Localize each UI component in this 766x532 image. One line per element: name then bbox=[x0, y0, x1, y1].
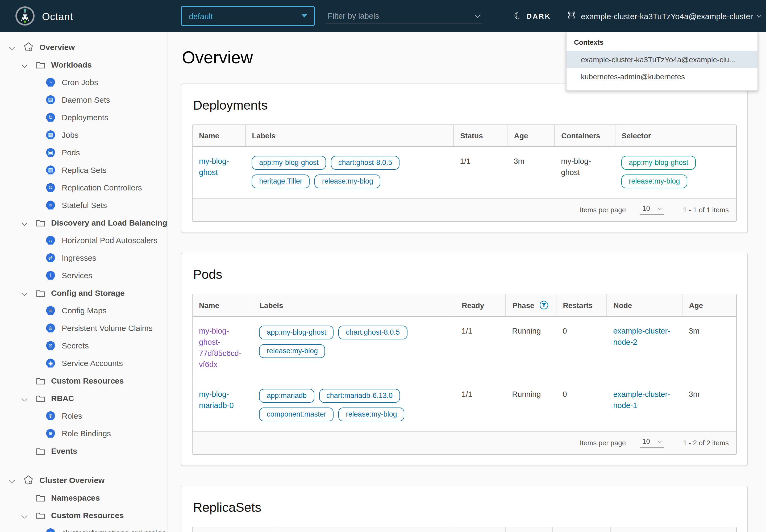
resource-link[interactable]: example-cluster-node-2 bbox=[613, 327, 670, 346]
sidebar-nav: OverviewWorkloads◔Cron Jobs▤Daemon Sets↻… bbox=[0, 32, 168, 532]
sidebar-item-workloads[interactable]: Workloads bbox=[0, 56, 168, 73]
filter-icon[interactable] bbox=[540, 301, 549, 310]
resource-link[interactable]: my-blog-ghost-77df85c6cd-vf6dx bbox=[199, 327, 242, 369]
sidebar-item-config-and-storage[interactable]: Config and Storage bbox=[0, 284, 168, 302]
sidebar-item-label: Services bbox=[62, 271, 92, 280]
label-chip[interactable]: app:mariadb bbox=[259, 389, 314, 403]
sidebar-item-label: Horizontal Pod Autoscalers bbox=[62, 236, 157, 245]
sidebar-item-rbac[interactable]: RBAC bbox=[0, 389, 168, 407]
sidebar-item-label: Custom Resources bbox=[51, 511, 124, 520]
sidebar-item-cron-jobs[interactable]: ◔Cron Jobs bbox=[0, 73, 168, 91]
context-chooser[interactable]: example-cluster-ka3TuTzYo4a@example-clus… bbox=[567, 0, 761, 32]
sidebar-item-custom-resources[interactable]: Custom Resources bbox=[0, 506, 168, 524]
sidebar-item-stateful-sets[interactable]: ≡Stateful Sets bbox=[0, 196, 168, 214]
sidebar-item-jobs[interactable]: ▦Jobs bbox=[0, 126, 168, 144]
sidebar-item-ingresses[interactable]: ⇄Ingresses bbox=[0, 249, 168, 267]
sidebar-item-replication-controllers[interactable]: ↻Replication Controllers bbox=[0, 179, 168, 196]
cell: example-cluster-node-2 bbox=[607, 317, 682, 380]
label-chip[interactable]: chart:ghost-8.0.5 bbox=[331, 156, 400, 170]
app-title: Octant bbox=[42, 11, 73, 23]
chevron-down-icon bbox=[657, 206, 662, 210]
folder-icon bbox=[36, 447, 45, 455]
page-size-select[interactable]: 10 bbox=[640, 437, 664, 448]
sidebar-item-persistent-volume-claims[interactable]: ⊖Persistent Volume Claims bbox=[0, 319, 168, 337]
sidebar-item-label: Cluster Overview bbox=[39, 476, 105, 485]
label-chip[interactable]: component:master bbox=[259, 408, 334, 421]
selector-chip[interactable]: app:my-blog-ghost bbox=[621, 156, 696, 170]
sidebar-item-overview[interactable]: Overview bbox=[0, 38, 168, 56]
resource-link[interactable]: example-cluster-node-1 bbox=[613, 390, 670, 410]
sidebar-item-secrets[interactable]: ⊙Secrets bbox=[0, 337, 168, 354]
namespace-select-value: default bbox=[189, 11, 213, 20]
column-header-selector: Selector bbox=[615, 125, 736, 147]
sidebar-item-pods[interactable]: ▣Pods bbox=[0, 144, 168, 161]
column-header-labels: Labels bbox=[253, 294, 455, 317]
label-chip[interactable]: release:my-blog bbox=[315, 174, 381, 188]
sidebar-item-roles[interactable]: ⊚Roles bbox=[0, 407, 168, 425]
sidebar-item-replica-sets[interactable]: ▥Replica Sets bbox=[0, 161, 168, 179]
sidebar-item-label: Persistent Volume Claims bbox=[62, 323, 153, 333]
label-chip[interactable]: app:my-blog-ghost bbox=[259, 326, 334, 339]
replicationcontrollers-icon: ↻ bbox=[46, 183, 55, 192]
sidebar-item-events[interactable]: Events bbox=[0, 442, 168, 460]
card-pods: PodsNameLabelsReadyPhaseRestartsNodeAgem… bbox=[181, 253, 748, 466]
crd-icon: + bbox=[46, 528, 55, 532]
page-size-select[interactable]: 10 bbox=[640, 204, 664, 215]
sidebar-item-config-maps[interactable]: ≣Config Maps bbox=[0, 302, 168, 319]
column-header-labels: Labels bbox=[245, 125, 453, 147]
resource-link[interactable]: my-blog-ghost bbox=[199, 157, 229, 177]
roles-icon: ⊚ bbox=[46, 411, 55, 421]
sidebar-item-clusterinformations-crd-projec[interactable]: +clusterinformations.crd.projec bbox=[0, 524, 168, 532]
column-header-label: Labels bbox=[252, 131, 276, 140]
sidebar-item-discovery-and-load-balancing[interactable]: Discovery and Load Balancing bbox=[0, 214, 168, 231]
card-replicasets: ReplicaSetsNameLabelsStatusAgeContainers… bbox=[181, 486, 748, 532]
sidebar-item-namespaces[interactable]: Namespaces bbox=[0, 489, 168, 506]
resource-link[interactable]: my-blog-mariadb-0 bbox=[199, 390, 234, 410]
sidebar-item-daemon-sets[interactable]: ▤Daemon Sets bbox=[0, 91, 168, 109]
folder-icon bbox=[36, 289, 45, 297]
sidebar-item-horizontal-pod-autoscalers[interactable]: ↔Horizontal Pod Autoscalers bbox=[0, 231, 168, 249]
statefulsets-icon: ≡ bbox=[46, 200, 55, 210]
datagrid-footer: Items per page101 - 1 of 1 items bbox=[193, 198, 736, 221]
sidebar-item-custom-resources[interactable]: Custom Resources bbox=[0, 372, 168, 389]
pods-icon: ▣ bbox=[46, 148, 55, 157]
sidebar-item-label: RBAC bbox=[51, 394, 74, 403]
column-header-label: Status bbox=[460, 131, 483, 140]
sidebar-item-service-accounts[interactable]: ◉Service Accounts bbox=[0, 354, 168, 372]
chevron-down-icon bbox=[22, 62, 28, 68]
sidebar-item-label: Jobs bbox=[62, 130, 78, 139]
cell-text: 1/1 bbox=[455, 380, 506, 431]
chevron-down-icon bbox=[475, 12, 481, 18]
label-chip[interactable]: release:my-blog bbox=[259, 344, 325, 358]
cell-text: my-blog-ghost bbox=[555, 147, 615, 198]
theme-toggle[interactable]: ☾ DARK bbox=[514, 0, 551, 32]
label-chip[interactable]: heritage:Tiller bbox=[252, 174, 310, 188]
label-chip[interactable]: release:my-blog bbox=[339, 408, 405, 421]
namespace-select[interactable]: default bbox=[181, 6, 315, 26]
context-option[interactable]: kubernetes-admin@kubernetes bbox=[567, 68, 757, 85]
sidebar-item-label: Replication Controllers bbox=[62, 183, 142, 192]
sidebar-item-label: Secrets bbox=[62, 341, 89, 350]
sidebar-item-deployments[interactable]: ↻Deployments bbox=[0, 109, 168, 126]
column-header-label: Name bbox=[199, 131, 219, 140]
filter-labels-input[interactable]: Filter by labels bbox=[326, 9, 482, 23]
sidebar-item-role-bindings[interactable]: ⊕Role Bindings bbox=[0, 425, 168, 442]
label-chip[interactable]: chart:mariadb-6.13.0 bbox=[319, 389, 400, 403]
sidebar-item-label: Role Bindings bbox=[62, 429, 111, 438]
sidebar-item-label: Replica Sets bbox=[62, 165, 106, 174]
cell: app:my-blog-ghostchart:ghost-8.0.5releas… bbox=[253, 317, 455, 380]
sidebar-item-label: Pods bbox=[62, 148, 80, 157]
chip-list: app:my-blog-ghostrelease:my-blog bbox=[621, 156, 730, 188]
column-header-ready: Ready bbox=[455, 294, 506, 317]
label-chip[interactable]: chart:ghost-8.0.5 bbox=[339, 326, 407, 339]
column-header-label: Restarts bbox=[563, 301, 593, 309]
sidebar-item-cluster-overview[interactable]: Cluster Overview bbox=[0, 471, 168, 489]
label-chip[interactable]: app:my-blog-ghost bbox=[252, 156, 326, 170]
sidebar-item-services[interactable]: ⊥Services bbox=[0, 267, 168, 284]
cards-container: DeploymentsNameLabelsStatusAgeContainers… bbox=[181, 84, 748, 532]
app-header: Octant default Filter by labels ☾ DARK e… bbox=[0, 0, 766, 32]
chevron-down-icon bbox=[22, 290, 28, 296]
selector-chip[interactable]: release:my-blog bbox=[621, 174, 687, 188]
context-option-selected[interactable]: example-cluster-ka3TuTzYo4a@example-clu.… bbox=[567, 51, 757, 68]
table-row: my-blog-ghost-77df85c6cd-vf6dxapp:my-blo… bbox=[193, 317, 736, 380]
